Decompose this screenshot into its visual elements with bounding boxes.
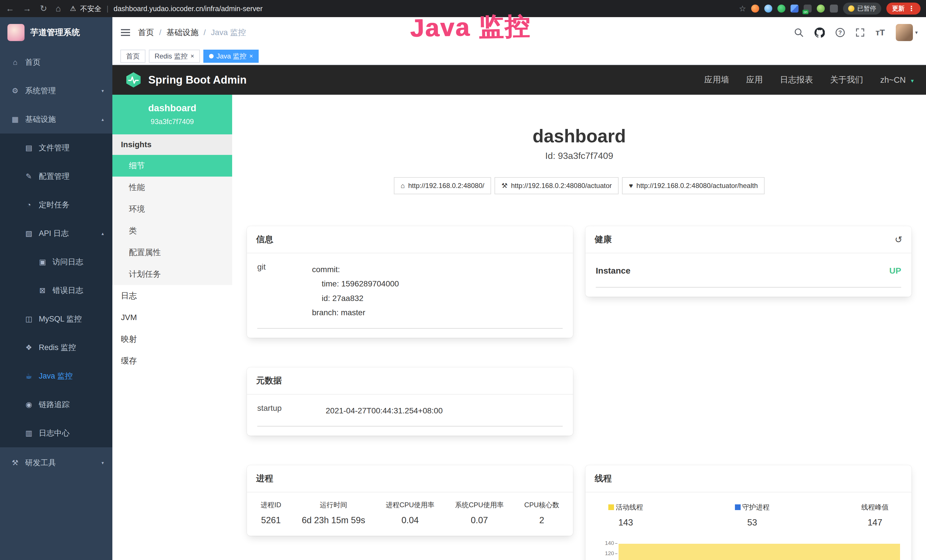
url-text[interactable]: dashboard.yudao.iocoder.cn/infra/admin-s… [113, 5, 263, 13]
info-card-title: 信息 [247, 226, 573, 253]
sba-menu-logs[interactable]: 日志 [112, 285, 232, 307]
address-bar[interactable]: ⚠ 不安全 | dashboard.yudao.iocoder.cn/infra… [67, 4, 733, 14]
grid-extension-icon[interactable] [791, 5, 799, 12]
sba-menu-details[interactable]: 细节 [112, 155, 232, 177]
fullscreen-icon[interactable] [856, 28, 865, 37]
sidebar-item-dev-tools[interactable]: ⚒ 研发工具 ▾ [0, 448, 112, 477]
sba-instance-name: dashboard [117, 103, 228, 114]
sba-nav-links: 应用墙 应用 日志报表 关于我们 zh~CN ▾ [704, 74, 914, 86]
threads-card: 线程 活动线程 143 [586, 465, 911, 560]
y-tick: 120 [593, 551, 617, 560]
metadata-card-title: 元数据 [247, 368, 573, 395]
tab-home[interactable]: 首页 [120, 50, 145, 63]
breadcrumb-separator: / [204, 28, 206, 37]
sba-nav-about[interactable]: 关于我们 [830, 74, 863, 86]
close-icon[interactable]: × [249, 53, 253, 59]
edit-icon: ✎ [24, 172, 33, 181]
sba-menu-mappings[interactable]: 映射 [112, 328, 232, 350]
bookmark-star-icon[interactable]: ☆ [739, 4, 746, 14]
health-instance-row: Instance UP [596, 253, 901, 288]
breadcrumb-home[interactable]: 首页 [138, 27, 154, 38]
github-icon[interactable] [814, 27, 825, 38]
process-col-cores: CPU核心数 2 [524, 500, 559, 525]
search-icon[interactable] [794, 28, 803, 37]
close-icon[interactable]: × [191, 53, 194, 59]
sidebar-item-access-log[interactable]: ▣ 访问日志 [0, 248, 112, 276]
security-label[interactable]: 不安全 [80, 4, 101, 14]
sba-menu-jvm[interactable]: JVM [112, 307, 232, 328]
cards-grid: 信息 git commit: time: 1596289704000 id: 2… [247, 226, 911, 560]
sidebar-item-java-monitor[interactable]: ☕ Java 监控 [0, 362, 112, 390]
sidebar-item-scheduled-tasks[interactable]: ◔ 定时任务 [0, 191, 112, 219]
info-value: commit: time: 1596289704000 id: 27aa832 … [312, 262, 563, 320]
sidebar-item-trace[interactable]: ◉ 链路追踪 [0, 390, 112, 419]
sidebar-item-redis-monitor[interactable]: ❖ Redis 监控 [0, 333, 112, 362]
reload-icon[interactable]: ↻ [40, 4, 47, 13]
fox-extension-icon[interactable] [751, 5, 759, 12]
sba-menu-scheduled[interactable]: 计划任务 [112, 263, 232, 285]
sba-instance-header[interactable]: dashboard 93a3fc7f7409 [112, 95, 232, 135]
back-icon[interactable]: ← [6, 4, 14, 13]
tab-redis-monitor[interactable]: Redis 监控 × [149, 50, 200, 63]
sidebar-item-infrastructure[interactable]: ▦ 基础设施 ▴ [0, 105, 112, 133]
user-avatar[interactable]: ▾ [896, 24, 918, 41]
sba-menu-environment[interactable]: 环境 [112, 198, 232, 220]
threads-legend: 活动线程 143 守护进程 53 [586, 492, 911, 528]
history-icon[interactable]: ↺ [895, 235, 902, 244]
sba-brand[interactable]: Spring Boot Admin [148, 74, 247, 86]
green-circle-extension-icon[interactable] [778, 5, 785, 12]
legend-label: 活动线程 [616, 503, 643, 511]
sidebar-item-label: MySQL 监控 [39, 314, 82, 324]
sba-main: dashboard Id: 93a3fc7f7409 ⌂ http://192.… [232, 95, 926, 560]
y-tick: 140 [593, 540, 617, 551]
sidebar-item-file-management[interactable]: ▤ 文件管理 [0, 133, 112, 162]
endpoint-url: http://192.168.0.2:48080/actuator/health [637, 182, 758, 190]
sidebar-item-mysql-monitor[interactable]: ◫ MySQL 监控 [0, 305, 112, 333]
endpoint-root-link[interactable]: ⌂ http://192.168.0.2:48080/ [394, 177, 491, 194]
sba-menu-classes[interactable]: 类 [112, 220, 232, 242]
font-size-icon[interactable]: ᴛT [876, 28, 885, 37]
app-logo[interactable]: 芋道管理系统 [0, 17, 112, 48]
sba-nav-journal[interactable]: 日志报表 [780, 74, 813, 86]
forward-icon[interactable]: → [23, 4, 31, 13]
sidebar-item-label: 访问日志 [53, 257, 83, 267]
sba-language-select[interactable]: zh~CN ▾ [880, 75, 914, 85]
help-icon[interactable]: ? [835, 28, 845, 37]
drop-extension-icon[interactable] [764, 5, 772, 12]
sba-menu-metrics[interactable]: 性能 [112, 177, 232, 198]
process-col-uptime: 运行时间 6d 23h 15m 59s [302, 500, 365, 525]
sidebar-toggle-icon[interactable] [121, 29, 130, 36]
sba-nav-wallboard[interactable]: 应用墙 [704, 74, 729, 86]
sidebar-item-system-management[interactable]: ⚙ 系统管理 ▾ [0, 76, 112, 105]
cell-value: 5261 [261, 515, 281, 525]
update-button[interactable]: 更新 ⋮ [887, 3, 921, 15]
metadata-key: startup [257, 404, 326, 418]
health-card-head: 健康 ↺ [586, 226, 911, 253]
breadcrumb: 首页 / 基础设施 / Java 监控 [138, 27, 246, 38]
endpoint-actuator-link[interactable]: ⚒ http://192.168.0.2:48080/actuator [495, 177, 619, 194]
sidebar-item-api-log[interactable]: ▧ API 日志 ▴ [0, 219, 112, 248]
home-icon[interactable]: ⌂ [56, 4, 61, 13]
instance-id-line: Id: 93a3fc7f7409 [247, 151, 911, 161]
sba-logo-icon[interactable] [125, 71, 142, 88]
leaf-extension-icon[interactable] [817, 5, 825, 12]
switch-extension-icon[interactable]: on [803, 5, 812, 12]
sidebar-item-error-log[interactable]: ⊠ 错误日志 [0, 276, 112, 305]
sidebar-item-log-center[interactable]: ▥ 日志中心 [0, 419, 112, 447]
breadcrumb-infrastructure[interactable]: 基础设施 [166, 27, 198, 38]
redis-icon: ❖ [24, 343, 33, 352]
puzzle-extension-icon[interactable] [830, 5, 838, 12]
mysql-icon: ◫ [24, 315, 33, 324]
sidebar-item-config-management[interactable]: ✎ 配置管理 [0, 162, 112, 191]
sidebar-item-home[interactable]: ⌂ 首页 [0, 48, 112, 76]
sba-nav-applications[interactable]: 应用 [746, 74, 763, 86]
endpoint-health-link[interactable]: ♥ http://192.168.0.2:48080/actuator/heal… [622, 177, 764, 194]
file-icon: ▤ [24, 144, 33, 152]
home-icon: ⌂ [11, 58, 20, 67]
kebab-menu-icon[interactable]: ⋮ [908, 5, 915, 12]
sba-menu-caches[interactable]: 缓存 [112, 350, 232, 372]
sba-menu-config-props[interactable]: 配置属性 [112, 242, 232, 263]
sidebar-item-label: Java 监控 [39, 371, 73, 381]
paused-badge[interactable]: 已暂停 [843, 3, 881, 15]
tab-java-monitor[interactable]: Java 监控 × [203, 50, 259, 63]
